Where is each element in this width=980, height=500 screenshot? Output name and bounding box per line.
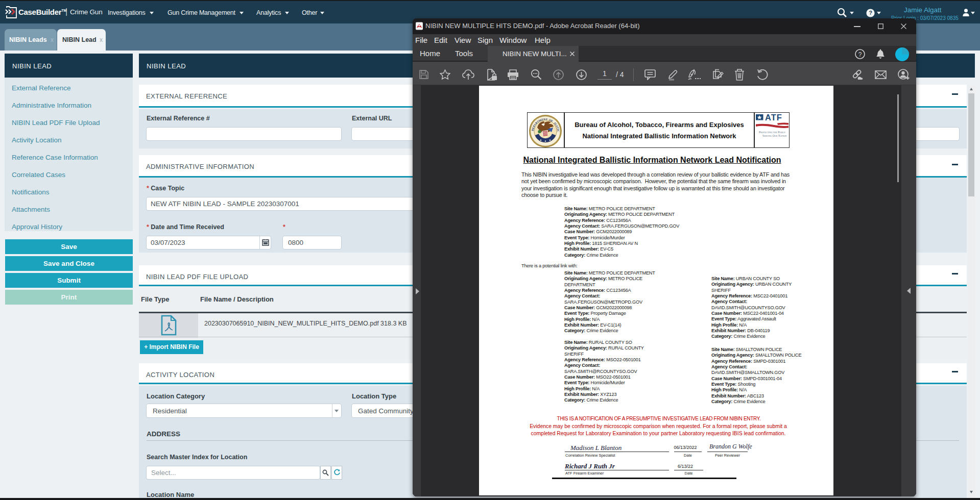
svg-text:?: ? — [858, 51, 862, 58]
svg-text:?: ? — [869, 10, 872, 16]
svg-text:SERVING OUR NATION: SERVING OUR NATION — [762, 134, 786, 137]
svg-text:ATF: ATF — [765, 113, 782, 122]
svg-text:PROTECTING THE PUBLIC: PROTECTING THE PUBLIC — [759, 131, 786, 134]
